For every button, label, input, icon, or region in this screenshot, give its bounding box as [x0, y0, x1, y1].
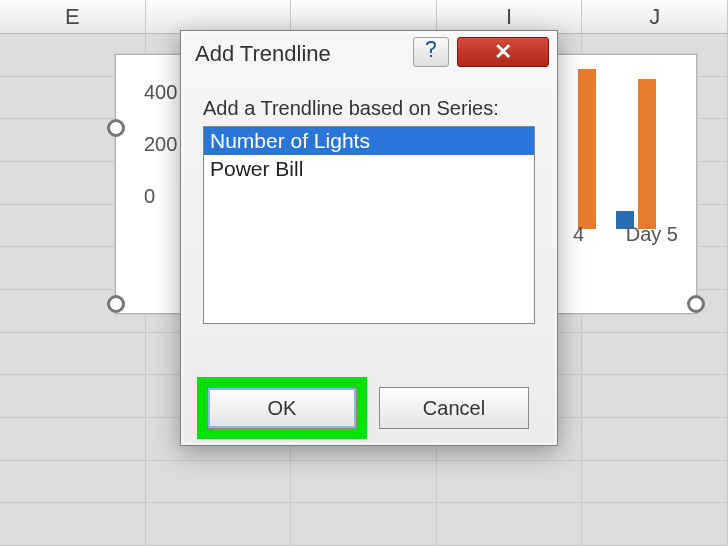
selection-handle[interactable] — [107, 295, 125, 313]
bar-series-2 — [638, 79, 656, 229]
grid-row — [0, 461, 728, 504]
selection-handle[interactable] — [107, 119, 125, 137]
list-item[interactable]: Number of Lights — [204, 127, 534, 155]
dialog-titlebar[interactable]: Add Trendline ✕ — [181, 31, 557, 79]
chart-bars — [556, 59, 686, 229]
grid-row — [0, 503, 728, 546]
y-tick-label: 200 — [144, 133, 177, 156]
close-icon: ✕ — [494, 39, 512, 65]
help-icon — [423, 40, 439, 64]
dialog-buttons: OK Cancel — [181, 387, 557, 429]
column-header[interactable]: J — [582, 0, 728, 33]
series-listbox[interactable]: Number of Lights Power Bill — [203, 126, 535, 324]
help-button[interactable] — [413, 37, 449, 67]
ok-button[interactable]: OK — [207, 387, 357, 429]
add-trendline-dialog: Add Trendline ✕ Add a Trendline based on… — [180, 30, 558, 446]
list-item[interactable]: Power Bill — [204, 155, 534, 183]
y-tick-label: 400 — [144, 81, 177, 104]
dialog-instruction: Add a Trendline based on Series: — [203, 97, 535, 120]
category-label: Day 5 — [626, 223, 678, 246]
selection-handle[interactable] — [687, 295, 705, 313]
y-tick-label: 0 — [144, 185, 155, 208]
column-header-row: E I J — [0, 0, 728, 34]
bar-series-2 — [578, 69, 596, 229]
category-label: 4 — [573, 223, 584, 246]
cancel-button[interactable]: Cancel — [379, 387, 529, 429]
close-button[interactable]: ✕ — [457, 37, 549, 67]
column-header[interactable]: E — [0, 0, 146, 33]
column-header[interactable] — [291, 0, 437, 33]
column-header[interactable]: I — [437, 0, 583, 33]
column-header[interactable] — [146, 0, 292, 33]
